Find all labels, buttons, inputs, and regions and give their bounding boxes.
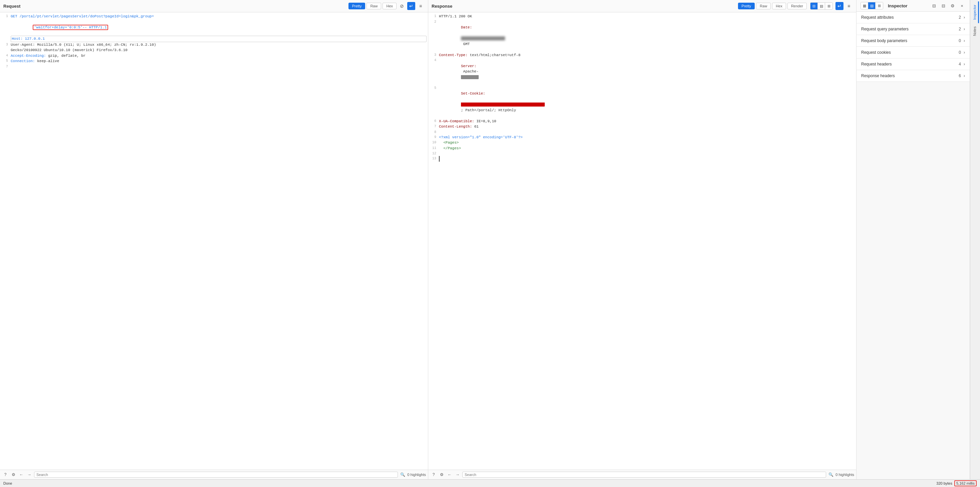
hide-icon-request[interactable]: ⊘ xyxy=(398,2,406,10)
wrap-icon-request[interactable]: ↵ xyxy=(407,2,415,10)
injection-highlight: 'waitfor+delay+'0:0:5'-- HTTP/1.1 xyxy=(33,25,108,30)
request-line-5: 5 Connection: keep-alive xyxy=(0,59,428,64)
inspector-header: ▦ ▤ ⊞ Inspector ⊟ ⊟ ⚙ × xyxy=(856,0,970,12)
side-tab-notes[interactable]: Notes xyxy=(971,23,979,40)
status-bytes: 320 bytes xyxy=(934,481,954,485)
request-line-host: Host: 127.0.0.1 xyxy=(0,36,428,42)
inspector-title: Inspector xyxy=(888,3,928,8)
tab-raw-request[interactable]: Raw xyxy=(366,3,381,10)
request-line-4: 4 Accept-Encoding: gzip, deflate, br xyxy=(0,53,428,59)
tab-pretty-response[interactable]: Pretty xyxy=(738,3,755,10)
section-arrow-5: › xyxy=(964,73,965,78)
response-help-btn[interactable]: ? xyxy=(430,471,437,478)
response-line-11: 11 </Pages> xyxy=(428,145,856,151)
inspector-section-2[interactable]: Request body parameters 0 › xyxy=(856,35,970,47)
inspector-section-4[interactable]: Request headers 4 › xyxy=(856,59,970,70)
request-prev-btn[interactable]: ← xyxy=(18,471,25,478)
tab-hex-request[interactable]: Hex xyxy=(382,3,396,10)
inspector-section-1[interactable]: Request query parameters 2 › xyxy=(856,23,970,35)
response-line-1: 1 HTTP/1.1 200 OK xyxy=(428,14,856,19)
response-view-toggle: ⊟ ▤ ⊞ xyxy=(810,2,833,10)
inspector-collapse-btn[interactable]: ⊟ xyxy=(930,2,938,10)
response-search-icon[interactable]: 🔍 xyxy=(827,471,834,478)
request-line-1: 1 GET /portal/pt/servlet/pagesServlet/do… xyxy=(0,14,428,19)
request-title: Request xyxy=(3,4,21,9)
request-search-input[interactable] xyxy=(34,472,398,477)
section-count-5: 6 xyxy=(959,73,961,78)
inspector-settings-btn[interactable]: ⚙ xyxy=(949,2,956,10)
view-split-btn[interactable]: ⊟ xyxy=(810,3,818,10)
date-blurred: ████████████████████ xyxy=(461,37,505,40)
response-line-4: 4 Server: Apache- ████████ xyxy=(428,58,856,86)
request-header: Request Pretty Raw Hex ⊘ ↵ ≡ xyxy=(0,0,428,12)
request-line-3: 3 User-Agent: Mozilla/5.0 (X11; U; Linux… xyxy=(0,42,428,48)
response-title: Response xyxy=(431,4,452,9)
response-line-9: 9 <?xml version="1.0" encoding='UTF-8'?> xyxy=(428,135,856,140)
response-line-12: 12 xyxy=(428,151,856,156)
tab-render-response[interactable]: Render xyxy=(788,3,807,10)
inspector-close-btn[interactable]: × xyxy=(958,2,966,10)
response-header: Response Pretty Raw Hex Render ⊟ ▤ ⊞ ↵ ≡ xyxy=(428,0,856,12)
section-count-4: 4 xyxy=(959,62,961,67)
section-label-4: Request headers xyxy=(861,62,959,67)
request-line-7: 7 xyxy=(0,64,428,69)
response-search-input[interactable] xyxy=(462,472,826,477)
response-next-btn[interactable]: → xyxy=(454,471,461,478)
menu-icon-request[interactable]: ≡ xyxy=(417,2,425,10)
status-ms: 5,162 millis xyxy=(954,480,977,486)
side-tab-inspector[interactable]: Inspector xyxy=(971,2,979,23)
tab-hex-response[interactable]: Hex xyxy=(772,3,786,10)
inspector-view-toggle: ▦ ▤ ⊞ xyxy=(861,2,883,10)
menu-icon-response[interactable]: ≡ xyxy=(845,2,853,10)
section-arrow-0: › xyxy=(964,15,965,20)
inspector-section-0[interactable]: Request attributes 2 › xyxy=(856,12,970,23)
section-label-2: Request body parameters xyxy=(861,38,959,43)
request-line-2: 'waitfor+delay+'0:0:5'-- HTTP/1.1 xyxy=(0,19,428,36)
wrap-icon-response[interactable]: ↵ xyxy=(835,2,843,10)
view-single-btn[interactable]: ▤ xyxy=(818,3,825,10)
response-line-7: 7 Content-Length: 61 xyxy=(428,124,856,129)
request-search-bar: ? ⚙ ← → 🔍 0 highlights xyxy=(0,469,428,479)
request-settings-btn[interactable]: ⚙ xyxy=(10,471,17,478)
response-line-6: 6 X-UA-Compatible: IE=8,9,10 xyxy=(428,118,856,124)
inspector-section-5[interactable]: Response headers 6 › xyxy=(856,70,970,82)
response-highlights-count: 0 highlights xyxy=(835,473,854,477)
view-other-btn[interactable]: ⊞ xyxy=(825,3,832,10)
inspector-sections: Request attributes 2 › Request query par… xyxy=(856,12,970,82)
response-line-10: 10 <Pages> xyxy=(428,140,856,145)
inspector-view-btn1[interactable]: ▦ xyxy=(861,2,868,9)
request-help-btn[interactable]: ? xyxy=(2,471,9,478)
inspector-expand-btn[interactable]: ⊟ xyxy=(940,2,947,10)
tab-raw-response[interactable]: Raw xyxy=(756,3,771,10)
response-line-5: 5 Set-Cookie: ██████████████████████████… xyxy=(428,86,856,118)
section-label-3: Request cookies xyxy=(861,50,959,55)
response-search-bar: ? ⚙ ← → 🔍 0 highlights xyxy=(428,469,856,479)
section-arrow-1: › xyxy=(964,27,965,31)
section-count-3: 0 xyxy=(959,50,961,55)
response-code-area: 1 HTTP/1.1 200 OK 2 Date: ██████████████… xyxy=(428,12,856,469)
server-blurred: ████████ xyxy=(461,75,479,79)
inspector-view-btn3[interactable]: ⊞ xyxy=(875,2,883,9)
inspector-panel: ▦ ▤ ⊞ Inspector ⊟ ⊟ ⚙ × Request attribut… xyxy=(856,0,970,479)
inspector-view-btn2[interactable]: ▤ xyxy=(868,2,875,9)
request-highlights-count: 0 highlights xyxy=(407,473,426,477)
cookie-blurred: ██████████████████████████████████████ xyxy=(461,102,545,107)
section-arrow-2: › xyxy=(964,38,965,43)
response-line-13: 13 xyxy=(428,156,856,162)
response-line-3: 3 Content-Type: text/html;charset=utf-8 xyxy=(428,53,856,58)
tab-pretty-request[interactable]: Pretty xyxy=(348,3,366,10)
section-count-2: 0 xyxy=(959,38,961,43)
side-tabs: Inspector Notes xyxy=(970,0,980,479)
section-count-0: 2 xyxy=(959,15,961,20)
request-line-3b: Gecko/20100922 Ubuntu/10.10 (maverick) F… xyxy=(0,48,428,53)
section-count-1: 2 xyxy=(959,27,961,31)
section-arrow-4: › xyxy=(964,62,965,67)
request-next-btn[interactable]: → xyxy=(26,471,33,478)
response-prev-btn[interactable]: ← xyxy=(446,471,453,478)
request-panel: Request Pretty Raw Hex ⊘ ↵ ≡ 1 GET /port… xyxy=(0,0,428,479)
response-line-8: 8 xyxy=(428,129,856,135)
response-panel: Response Pretty Raw Hex Render ⊟ ▤ ⊞ ↵ ≡… xyxy=(428,0,856,479)
inspector-section-3[interactable]: Request cookies 0 › xyxy=(856,47,970,59)
response-settings-btn[interactable]: ⚙ xyxy=(438,471,445,478)
request-search-icon[interactable]: 🔍 xyxy=(399,471,406,478)
